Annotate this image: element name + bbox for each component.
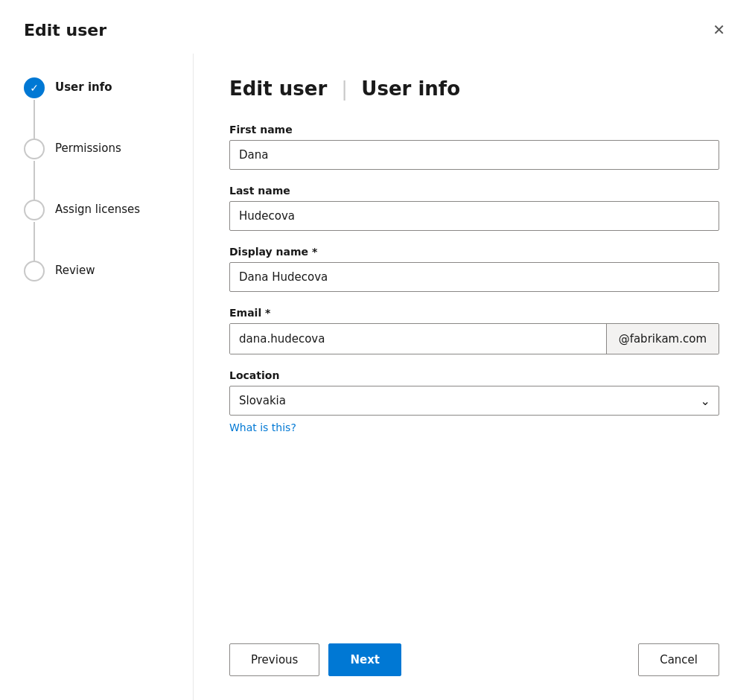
what-is-this-link[interactable]: What is this?: [229, 421, 296, 433]
step-review[interactable]: Review: [24, 261, 175, 281]
main-content: Edit user | User info First name Last na…: [194, 54, 755, 700]
edit-user-dialog: Edit user ✕ ✓ User info: [0, 0, 755, 700]
btn-group-left: Previous Next: [229, 643, 401, 676]
first-name-input[interactable]: [229, 140, 719, 170]
location-group: Location Slovakia United States United K…: [229, 369, 719, 434]
last-name-input[interactable]: [229, 201, 719, 231]
section-title: Edit user | User info: [229, 77, 719, 100]
first-name-group: First name: [229, 124, 719, 170]
stepper: ✓ User info Permissions: [0, 54, 194, 700]
last-name-label: Last name: [229, 185, 719, 197]
step-circle-review: [24, 261, 45, 281]
section-title-part2: User info: [361, 77, 460, 100]
step-circle-user-info: ✓: [24, 77, 45, 98]
email-label: Email *: [229, 307, 719, 319]
dialog-header: Edit user ✕: [0, 0, 755, 54]
close-button[interactable]: ✕: [707, 18, 731, 42]
step-label-review: Review: [55, 261, 95, 277]
location-select[interactable]: Slovakia United States United Kingdom Ge…: [229, 386, 719, 416]
close-icon: ✕: [713, 21, 725, 39]
step-connector-2: [34, 161, 35, 200]
location-label: Location: [229, 369, 719, 381]
step-label-assign-licenses: Assign licenses: [55, 200, 140, 216]
last-name-group: Last name: [229, 185, 719, 231]
cancel-button[interactable]: Cancel: [638, 643, 719, 676]
step-assign-licenses[interactable]: Assign licenses: [24, 200, 175, 261]
location-select-wrapper: Slovakia United States United Kingdom Ge…: [229, 386, 719, 416]
section-title-divider: |: [341, 77, 354, 100]
dialog-title: Edit user: [24, 21, 106, 39]
step-label-permissions: Permissions: [55, 139, 121, 155]
step-label-user-info: User info: [55, 77, 112, 94]
checkmark-icon: ✓: [30, 82, 39, 94]
next-button[interactable]: Next: [328, 643, 401, 676]
display-name-input[interactable]: [229, 262, 719, 292]
step-connector-1: [34, 100, 35, 139]
email-local-input[interactable]: [230, 324, 606, 354]
display-name-label: Display name *: [229, 246, 719, 258]
step-connector-3: [34, 222, 35, 261]
form-actions: Previous Next Cancel: [229, 620, 719, 676]
dialog-body: ✓ User info Permissions: [0, 54, 755, 700]
section-title-part1: Edit user: [229, 77, 327, 100]
email-row: @fabrikam.com: [229, 323, 719, 354]
email-domain: @fabrikam.com: [606, 324, 719, 354]
email-group: Email * @fabrikam.com: [229, 307, 719, 354]
step-circle-assign-licenses: [24, 200, 45, 220]
previous-button[interactable]: Previous: [229, 643, 319, 676]
display-name-group: Display name *: [229, 246, 719, 292]
step-circle-permissions: [24, 139, 45, 159]
btn-group-right: Cancel: [638, 643, 719, 676]
step-permissions[interactable]: Permissions: [24, 139, 175, 200]
first-name-label: First name: [229, 124, 719, 136]
step-user-info[interactable]: ✓ User info: [24, 77, 175, 139]
